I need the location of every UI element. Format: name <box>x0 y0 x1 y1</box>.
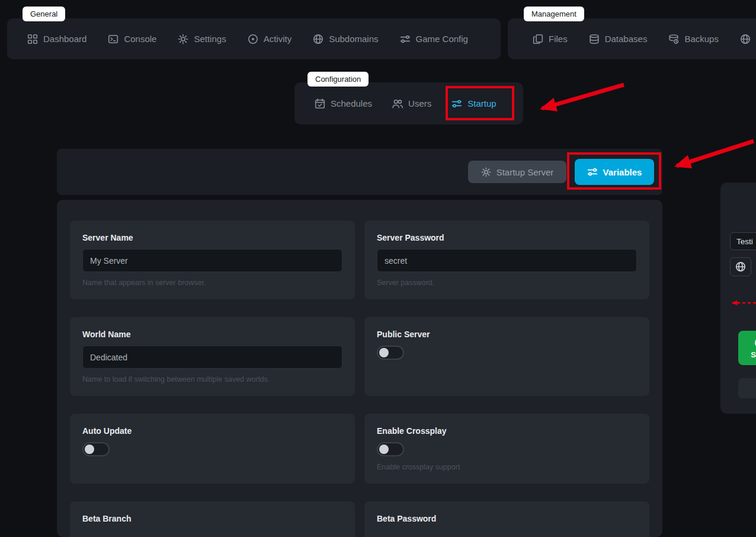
nav-item-users[interactable]: Users <box>392 98 431 109</box>
nav-item-console[interactable]: Console <box>108 34 156 44</box>
annotation-arrow-startup <box>524 79 628 120</box>
section-label-general: General <box>23 7 65 21</box>
nav-label: Users <box>408 98 431 108</box>
field-title: Public Server <box>377 330 637 339</box>
field-helper: Name that appears in server browser. <box>82 279 342 287</box>
nav-item-activity[interactable]: Activity <box>248 34 292 44</box>
sliders-icon <box>451 98 462 109</box>
globe-icon <box>735 261 746 272</box>
nav-item-files[interactable]: Files <box>533 34 568 44</box>
nav-item-dashboard[interactable]: Dashboard <box>27 34 87 44</box>
nav-label: Subdomains <box>329 34 378 44</box>
nav-label: Dashboard <box>43 34 87 44</box>
start-server-button[interactable]: Start <box>738 331 756 365</box>
gear-icon <box>481 167 491 177</box>
secondary-action-button[interactable] <box>738 378 756 398</box>
button-label: Startup Server <box>496 167 554 177</box>
field-helper: Enable crossplay support <box>377 463 637 471</box>
backup-icon <box>668 34 679 44</box>
nav-label: Backups <box>684 34 719 44</box>
nav-label: Settings <box>194 34 226 44</box>
public-server-toggle[interactable] <box>377 346 404 360</box>
enable-crossplay-toggle[interactable] <box>377 442 404 456</box>
card-server-name: Server Name Name that appears in server … <box>70 220 355 299</box>
card-beta-password: Beta Password <box>364 501 649 537</box>
field-title: Beta Branch <box>82 514 342 523</box>
card-world-name: World Name Name to load if switching bet… <box>70 317 355 396</box>
startup-server-button[interactable]: Startup Server <box>468 161 566 183</box>
nav-label: Databases <box>605 34 648 44</box>
play-circle-icon <box>754 337 756 349</box>
world-name-input[interactable] <box>82 346 342 369</box>
general-navbar: Dashboard Console Settings Activity Subd… <box>7 18 501 59</box>
globe-icon <box>313 34 323 44</box>
nav-label: Startup <box>467 98 496 108</box>
section-label-configuration: Configuration <box>307 72 369 87</box>
configuration-navbar: Schedules Users Startup <box>294 82 523 124</box>
nav-label: Game Config <box>416 34 468 44</box>
section-label-management: Management <box>524 7 584 21</box>
server-side-panel: Start <box>720 183 756 414</box>
sliders-icon <box>400 34 411 44</box>
nav-item-backups[interactable]: Backups <box>668 34 719 44</box>
field-helper: Server password. <box>377 279 637 287</box>
globe-icon <box>740 34 751 44</box>
activity-icon <box>248 34 258 44</box>
startup-variables-panel: Server Name Name that appears in server … <box>57 200 662 537</box>
console-icon <box>108 34 118 44</box>
field-title: Server Name <box>82 233 342 242</box>
field-helper: Name to load if switching between multip… <box>82 375 342 383</box>
field-title: Server Password <box>377 233 637 242</box>
startup-toolbar: Startup Server Variables <box>57 149 662 195</box>
nav-item-subdomains[interactable]: Subdomains <box>313 34 378 44</box>
nav-item-game-config[interactable]: Game Config <box>400 34 468 44</box>
field-title: Beta Password <box>377 514 637 523</box>
gear-icon <box>178 34 188 44</box>
nav-item-startup[interactable]: Startup <box>451 98 496 109</box>
toggle-knob <box>85 445 94 454</box>
card-enable-crossplay: Enable Crossplay Enable crossplay suppor… <box>364 414 649 484</box>
files-icon <box>533 34 543 44</box>
server-name-field[interactable] <box>730 232 756 250</box>
server-password-input[interactable] <box>377 249 637 272</box>
field-title: World Name <box>82 330 342 339</box>
dashboard-icon <box>27 34 38 44</box>
toggle-knob <box>379 445 389 454</box>
nav-item-databases[interactable]: Databases <box>589 34 648 44</box>
button-label: Start <box>751 350 756 359</box>
field-title: Enable Crossplay <box>377 426 637 436</box>
nav-item-network-partial[interactable]: N <box>740 34 756 44</box>
toggle-knob <box>379 348 389 357</box>
card-beta-branch: Beta Branch <box>70 501 355 537</box>
annotation-arrow-variables <box>665 135 756 174</box>
server-name-input[interactable] <box>82 249 342 272</box>
field-title: Auto Update <box>82 426 342 436</box>
auto-update-toggle[interactable] <box>82 442 110 456</box>
card-auto-update: Auto Update <box>70 414 355 484</box>
sliders-icon <box>587 167 598 177</box>
card-server-password: Server Password Server password. <box>364 220 649 299</box>
nav-label: Activity <box>264 34 292 44</box>
management-navbar: Files Databases Backups N <box>508 18 756 59</box>
button-label: Variables <box>603 167 642 177</box>
page: General Dashboard Console Settings Activ… <box>0 0 756 537</box>
variables-button[interactable]: Variables <box>575 159 654 185</box>
users-icon <box>392 98 403 109</box>
nav-item-settings[interactable]: Settings <box>178 34 226 44</box>
nav-item-schedules[interactable]: Schedules <box>315 98 372 109</box>
database-icon <box>589 34 600 44</box>
nav-label: Schedules <box>331 98 372 108</box>
card-public-server: Public Server <box>364 317 649 396</box>
calendar-check-icon <box>315 98 325 109</box>
subdomain-button[interactable] <box>730 257 751 276</box>
nav-label: Console <box>124 34 156 44</box>
nav-label: Files <box>549 34 568 44</box>
